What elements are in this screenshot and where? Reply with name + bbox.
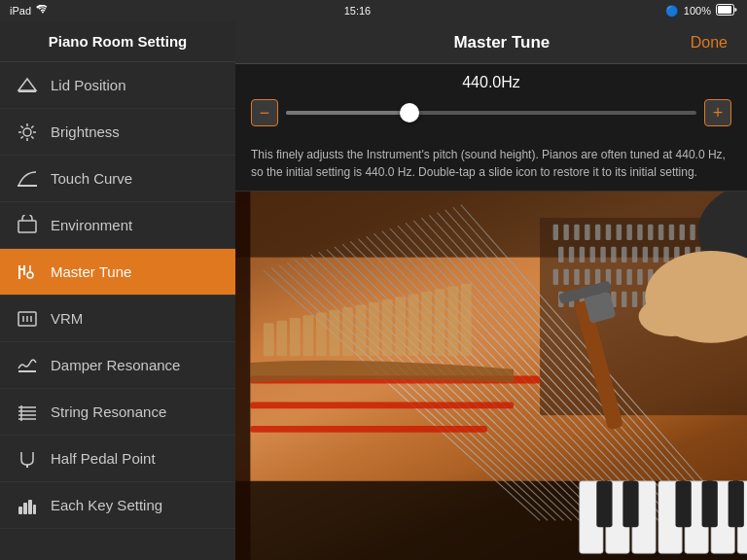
sidebar-item-string-resonance[interactable]: String Resonance: [0, 389, 235, 436]
bluetooth-icon: 🔵: [665, 5, 679, 18]
each-key-icon: [16, 494, 39, 517]
svg-rect-127: [302, 315, 313, 356]
svg-rect-39: [563, 225, 568, 240]
svg-rect-134: [395, 297, 406, 356]
master-tune-icon: [16, 261, 39, 284]
svg-rect-157: [622, 481, 638, 527]
svg-rect-136: [421, 292, 432, 356]
slider-thumb[interactable]: [400, 103, 419, 122]
svg-rect-160: [729, 481, 744, 527]
slider-fill: [286, 111, 409, 115]
svg-rect-30: [23, 503, 27, 514]
svg-rect-1: [718, 6, 731, 14]
svg-rect-138: [447, 286, 458, 356]
brightness-icon: [16, 121, 39, 144]
content-title: Master Tune: [313, 33, 691, 52]
sidebar-title: Piano Room Setting: [0, 21, 235, 62]
svg-point-17: [27, 272, 33, 278]
half-pedal-icon: [16, 447, 39, 471]
svg-rect-2: [18, 90, 36, 92]
sidebar-item-each-key[interactable]: Each Key Setting: [0, 482, 235, 529]
content-header: Master Tune Done: [235, 21, 747, 64]
svg-line-11: [21, 136, 23, 138]
damper-label: Damper Resonance: [51, 357, 180, 373]
svg-line-10: [31, 125, 33, 127]
svg-rect-43: [606, 225, 611, 240]
decrease-button[interactable]: −: [251, 99, 278, 126]
environment-icon: [16, 214, 39, 237]
svg-rect-92: [632, 292, 637, 307]
svg-rect-73: [574, 269, 579, 285]
done-button[interactable]: Done: [691, 34, 728, 52]
svg-rect-122: [250, 402, 514, 409]
sidebar-item-environment[interactable]: Environment: [0, 202, 235, 249]
string-resonance-label: String Resonance: [51, 403, 166, 420]
touch-curve-label: Touch Curve: [51, 170, 132, 187]
svg-rect-29: [18, 507, 22, 514]
sidebar-item-damper-resonance[interactable]: Damper Resonance: [0, 342, 235, 389]
description-text: This finely adjusts the Instrument's pit…: [235, 136, 747, 192]
svg-rect-128: [316, 313, 327, 357]
svg-rect-137: [435, 289, 445, 356]
svg-rect-23: [18, 370, 36, 372]
svg-rect-130: [342, 307, 353, 356]
svg-rect-126: [290, 318, 301, 356]
sidebar-item-touch-curve[interactable]: Touch Curve: [0, 156, 235, 202]
svg-rect-131: [356, 304, 367, 356]
vrm-label: VRM: [51, 310, 83, 327]
status-time: 15:16: [344, 5, 372, 17]
environment-label: Environment: [51, 217, 132, 233]
svg-rect-57: [569, 247, 574, 262]
status-right: 🔵 100%: [665, 4, 737, 18]
svg-rect-158: [676, 481, 692, 527]
touch-curve-icon: [16, 167, 39, 191]
svg-rect-75: [595, 269, 600, 285]
svg-rect-77: [617, 269, 622, 285]
svg-rect-72: [563, 269, 568, 285]
ipad-label: iPad: [10, 5, 31, 17]
sidebar-item-brightness[interactable]: Brightness: [0, 109, 235, 156]
svg-rect-56: [558, 247, 563, 262]
svg-rect-48: [658, 225, 663, 240]
increase-button[interactable]: +: [704, 99, 731, 126]
wifi-icon: [36, 5, 50, 17]
each-key-label: Each Key Setting: [51, 497, 162, 513]
slider-track[interactable]: [286, 111, 696, 115]
svg-rect-45: [626, 225, 631, 240]
svg-rect-60: [600, 247, 605, 262]
svg-rect-63: [632, 247, 637, 262]
svg-rect-42: [595, 225, 600, 240]
svg-rect-31: [28, 500, 32, 514]
svg-rect-47: [648, 225, 653, 240]
svg-rect-125: [276, 321, 287, 357]
svg-rect-46: [637, 225, 642, 240]
svg-rect-50: [680, 225, 685, 240]
sidebar: Piano Room Setting Lid Position Brightne…: [0, 21, 235, 560]
svg-rect-91: [622, 292, 626, 307]
svg-rect-129: [330, 310, 340, 356]
svg-rect-49: [669, 225, 674, 240]
battery-icon: [716, 4, 737, 18]
svg-rect-123: [250, 426, 487, 433]
svg-rect-44: [617, 225, 622, 240]
tune-control: 440.0Hz − +: [235, 64, 747, 136]
slider-row: − +: [251, 99, 731, 126]
sidebar-item-lid-position[interactable]: Lid Position: [0, 62, 235, 109]
sidebar-item-half-pedal[interactable]: Half Pedal Point: [0, 436, 235, 482]
svg-rect-38: [553, 225, 558, 240]
sidebar-item-vrm[interactable]: VRM: [0, 296, 235, 342]
svg-rect-71: [553, 269, 558, 285]
svg-line-8: [21, 125, 23, 127]
svg-rect-65: [653, 247, 658, 262]
content-area: Master Tune Done 440.0Hz − + This finely…: [235, 21, 747, 560]
svg-rect-66: [663, 247, 668, 262]
lid-label: Lid Position: [51, 77, 126, 93]
svg-rect-51: [690, 225, 694, 240]
svg-rect-58: [580, 247, 585, 262]
svg-rect-139: [461, 284, 472, 356]
svg-line-9: [31, 136, 33, 138]
svg-rect-61: [611, 247, 616, 262]
sidebar-item-master-tune[interactable]: Master Tune: [0, 249, 235, 296]
half-pedal-label: Half Pedal Point: [51, 450, 156, 467]
svg-rect-135: [409, 295, 419, 357]
